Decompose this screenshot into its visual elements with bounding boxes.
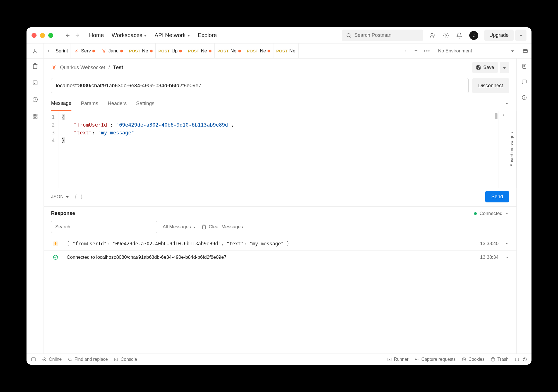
forward-button[interactable]	[74, 32, 81, 39]
help-button[interactable]	[523, 357, 527, 362]
upgrade-dropdown[interactable]	[515, 30, 526, 41]
console-toggle[interactable]: Console	[114, 357, 137, 362]
back-button[interactable]	[64, 32, 71, 39]
capture-label: Capture requests	[421, 357, 456, 362]
response-message: Connected to localhost:8080/chat/91ab63d…	[67, 255, 473, 260]
response-row[interactable]: { "fromUserId": "09e429de-a302-40b6-9d10…	[44, 237, 516, 251]
play-icon	[387, 357, 392, 362]
online-status[interactable]: Online	[42, 357, 62, 362]
capture-button[interactable]: Capture requests	[415, 357, 456, 362]
editor-scrollbar[interactable]	[494, 113, 497, 186]
expand-row[interactable]	[505, 255, 509, 259]
save-dropdown[interactable]	[500, 62, 509, 73]
user-avatar[interactable]	[469, 31, 478, 40]
find-replace[interactable]: Find and replace	[68, 357, 108, 362]
response-search[interactable]: Search	[51, 221, 157, 233]
connection-status[interactable]: Connected	[474, 211, 509, 216]
breadcrumb-name[interactable]: Test	[113, 65, 123, 71]
response-header: Response Connected	[44, 206, 516, 219]
tabs-menu[interactable]: •••	[422, 49, 433, 54]
request-tab[interactable]: Serv	[71, 43, 98, 59]
environment-select[interactable]: No Environment	[433, 48, 519, 54]
url-input[interactable]: localhost:8080/chat/91ab63db-6e34-490e-b…	[51, 78, 469, 93]
svg-point-24	[417, 359, 417, 360]
settings-icon[interactable]	[442, 32, 449, 39]
history-icon	[32, 96, 38, 103]
chevron-down-icon	[511, 50, 514, 52]
workspace-person[interactable]	[27, 43, 44, 59]
collapse-request[interactable]	[505, 101, 509, 106]
request-tab[interactable]: POSTUp	[156, 43, 185, 59]
breadcrumb-collection[interactable]: Quarkus Websocket	[60, 65, 105, 71]
nav-explore[interactable]: Explore	[198, 32, 217, 38]
rail-environments[interactable]	[32, 79, 39, 86]
rail-collections[interactable]	[32, 62, 39, 70]
runner-button[interactable]: Runner	[387, 357, 408, 362]
tab-settings[interactable]: Settings	[136, 97, 154, 110]
body-lang-select[interactable]: JSON	[51, 194, 69, 200]
unsaved-dot	[120, 50, 123, 52]
maximize-window[interactable]	[48, 33, 53, 38]
grid-icon	[32, 113, 38, 119]
unsaved-dot	[150, 50, 153, 52]
app-header: Home Workspaces API Network Explore Sear…	[27, 27, 531, 43]
tabs-scroll-right[interactable]	[401, 49, 410, 53]
tab-headers[interactable]: Headers	[108, 97, 127, 110]
send-button[interactable]: Send	[485, 191, 509, 202]
response-message: { "fromUserId": "09e429de-a302-40b6-9d10…	[67, 241, 473, 246]
check-circle-icon	[42, 357, 47, 362]
layout-toggle[interactable]	[515, 357, 519, 362]
request-tab[interactable]: POSTNe	[126, 43, 156, 59]
request-tab[interactable]: POSTNe	[244, 43, 274, 59]
disconnect-label: Disconnect	[478, 83, 503, 89]
notifications-icon[interactable]	[456, 32, 463, 39]
rail-more[interactable]	[32, 113, 39, 120]
saved-messages-toggle[interactable]	[499, 111, 508, 188]
clear-label: Clear Messages	[209, 224, 243, 230]
svg-point-3	[471, 33, 476, 38]
tab-params[interactable]: Params	[81, 97, 98, 110]
close-window[interactable]	[32, 33, 37, 38]
svg-rect-7	[523, 49, 528, 52]
tabs-scroll-left[interactable]	[44, 49, 53, 53]
nav-home[interactable]: Home	[89, 32, 104, 38]
clear-messages-button[interactable]: Clear Messages	[201, 224, 243, 230]
request-tab[interactable]: Sprint	[53, 43, 71, 59]
sidebar-toggle[interactable]	[31, 357, 36, 362]
body: Quarkus Websocket / Test Save localhost:…	[27, 59, 531, 354]
expand-row[interactable]	[505, 242, 509, 246]
rail-history[interactable]	[32, 96, 39, 103]
tab-message[interactable]: Message	[51, 96, 71, 111]
response-row[interactable]: Connected to localhost:8080/chat/91ab63d…	[44, 251, 516, 264]
comments-icon[interactable]	[521, 79, 528, 85]
new-tab-button[interactable]: +	[410, 48, 422, 54]
nav-api-network[interactable]: API Network	[155, 32, 190, 38]
svg-point-27	[464, 359, 465, 360]
request-tab[interactable]: POSTNe	[185, 43, 215, 59]
svg-rect-11	[33, 114, 35, 116]
message-type-filter[interactable]: All Messages	[163, 224, 196, 230]
request-tab[interactable]: POSTNe	[215, 43, 244, 59]
eye-icon	[522, 48, 528, 54]
invite-icon[interactable]	[429, 32, 436, 39]
trash-button[interactable]: Trash	[491, 357, 509, 362]
info-icon[interactable]	[521, 94, 528, 101]
svg-point-5	[474, 35, 475, 35]
svg-rect-8	[33, 81, 37, 85]
cookies-button[interactable]: Cookies	[462, 357, 485, 362]
beautify-button[interactable]: { }	[74, 194, 83, 200]
request-tab[interactable]: Janu	[98, 43, 126, 59]
global-search[interactable]: Search Postman	[342, 30, 423, 41]
message-editor[interactable]: 1234 { "fromUserId": "09e429de-a302-40b6…	[44, 111, 499, 188]
request-tab[interactable]: POSTNe	[273, 43, 299, 59]
saved-messages-label[interactable]: Saved messages	[508, 111, 516, 188]
minimize-window[interactable]	[40, 33, 45, 38]
environment-quicklook[interactable]	[519, 48, 531, 54]
line-gutter: 1234	[44, 111, 59, 188]
upgrade-button[interactable]: Upgrade	[484, 30, 514, 41]
disconnect-button[interactable]: Disconnect	[472, 78, 509, 93]
status-dot	[474, 212, 477, 215]
nav-workspaces[interactable]: Workspaces	[112, 32, 147, 38]
save-button[interactable]: Save	[472, 62, 498, 73]
documentation-icon[interactable]	[521, 63, 528, 70]
